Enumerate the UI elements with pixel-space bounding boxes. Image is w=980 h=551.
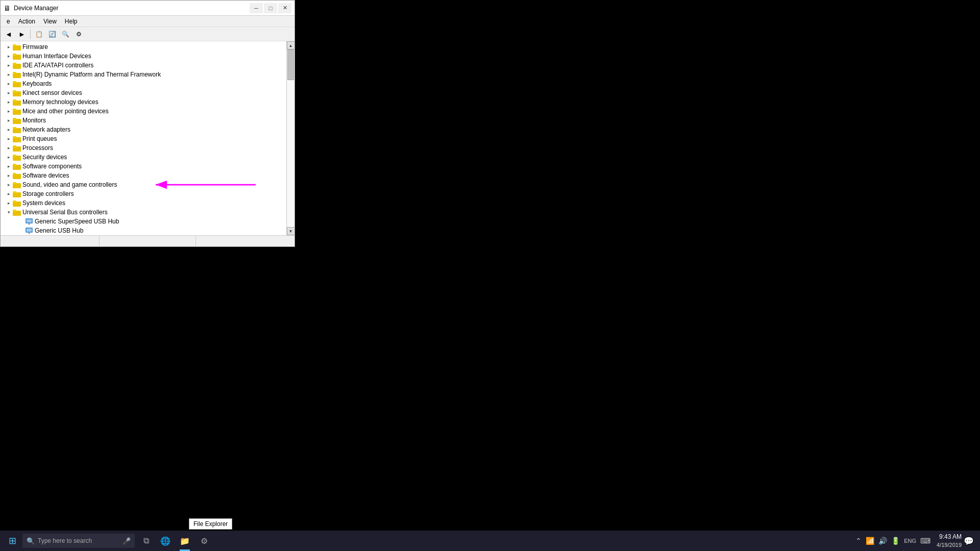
app-button-5[interactable]: ⚙ <box>195 531 213 551</box>
menu-item-view[interactable]: View <box>39 17 61 26</box>
tree-expander[interactable] <box>17 217 25 226</box>
tree-item[interactable]: ▸ Processors <box>1 143 286 153</box>
keyboard-icon[interactable]: ⌨ <box>920 537 930 545</box>
tree-expander[interactable]: ▸ <box>5 61 13 69</box>
content-area: ▸ Firmware▸ Human Interface Devices▸ IDE… <box>1 41 295 235</box>
tree-expander[interactable]: ▸ <box>5 153 13 161</box>
toolbar-back-button[interactable]: ◄ <box>3 29 15 40</box>
toolbar-update-button[interactable]: 🔄 <box>46 29 58 40</box>
scroll-thumb[interactable] <box>287 49 294 80</box>
status-text-2 <box>100 236 197 246</box>
maximize-button[interactable]: □ <box>264 3 277 13</box>
taskbar-search[interactable]: 🔍 Type here to search 🎤 <box>22 534 135 548</box>
svg-rect-1 <box>13 44 16 46</box>
tree-item-label: Universal Serial Bus controllers <box>22 209 108 216</box>
network-icon[interactable]: 📶 <box>866 537 874 545</box>
folder-icon <box>13 135 21 143</box>
volume-icon[interactable]: 🔊 <box>878 537 887 545</box>
file-explorer-icon: 📁 <box>180 536 190 546</box>
tree-expander[interactable]: ▸ <box>5 126 13 134</box>
file-explorer-button[interactable]: 📁 <box>176 531 194 551</box>
tree-expander[interactable]: ▸ <box>5 162 13 170</box>
folder-icon <box>13 126 21 134</box>
tree-expander[interactable]: ▸ <box>5 116 13 124</box>
menu-item-e[interactable]: e <box>3 17 14 26</box>
svg-rect-15 <box>13 109 16 111</box>
close-button[interactable]: ✕ <box>278 3 291 13</box>
tree-expander[interactable]: ▸ <box>5 80 13 88</box>
toolbar-properties-button[interactable]: 📋 <box>33 29 45 40</box>
tree-expander[interactable]: ▸ <box>5 52 13 60</box>
toolbar-forward-button[interactable]: ► <box>16 29 28 40</box>
tree-expander[interactable]: ▸ <box>5 89 13 97</box>
start-button[interactable]: ⊞ <box>2 531 22 551</box>
tree-expander[interactable] <box>17 227 25 235</box>
tree-item[interactable]: ▸ Software components <box>1 162 286 171</box>
menu-item-action[interactable]: Action <box>14 17 39 26</box>
vertical-scrollbar[interactable]: ▲ ▼ <box>286 41 295 235</box>
edge-browser-button[interactable]: 🌐 <box>156 531 175 551</box>
tree-item[interactable]: ▸ Human Interface Devices <box>1 52 286 61</box>
tree-expander[interactable]: ▸ <box>5 171 13 180</box>
edge-icon: 🌐 <box>160 536 170 546</box>
status-text <box>3 236 100 246</box>
tree-expander[interactable]: ▸ <box>5 190 13 198</box>
tree-expander[interactable]: ▸ <box>5 43 13 51</box>
app-icon-5: ⚙ <box>201 536 208 546</box>
toolbar-extra-button[interactable]: ⚙ <box>72 29 85 40</box>
tree-item[interactable]: Generic USB Hub <box>1 226 286 235</box>
tree-expander[interactable]: ▸ <box>5 70 13 79</box>
tree-item[interactable]: ▸ System devices <box>1 198 286 208</box>
menu-item-help[interactable]: Help <box>61 17 82 26</box>
tree-item[interactable]: Generic SuperSpeed USB Hub <box>1 217 286 226</box>
menu-bar: e Action View Help <box>1 16 295 27</box>
tree-item[interactable]: ▾ Universal Serial Bus controllers <box>1 208 286 217</box>
tray-chevron[interactable]: ⌃ <box>855 537 862 545</box>
scroll-down-arrow[interactable]: ▼ <box>287 227 295 235</box>
task-view-button[interactable]: ⧉ <box>137 531 155 551</box>
folder-icon <box>13 116 21 124</box>
tree-expander[interactable]: ▾ <box>5 208 13 216</box>
taskbar-right: ⌃ 📶 🔊 🔋 ENG ⌨ 9:43 AM 4/19/2019 💬 <box>851 533 978 549</box>
tree-item[interactable]: ▸ Mice and other pointing devices <box>1 107 286 116</box>
title-bar: 🖥 Device Manager ─ □ ✕ <box>1 1 295 16</box>
svg-rect-39 <box>27 219 32 222</box>
folder-icon <box>13 190 21 198</box>
tooltip-label: File Explorer <box>193 520 228 528</box>
tree-item[interactable]: ▸ Network adapters <box>1 125 286 134</box>
scroll-track[interactable] <box>287 49 295 227</box>
tree-area: ▸ Firmware▸ Human Interface Devices▸ IDE… <box>1 41 286 235</box>
tree-item[interactable]: ▸ Software devices <box>1 171 286 180</box>
tree-expander[interactable]: ▸ <box>5 98 13 106</box>
tree-item[interactable]: ▸ Print queues <box>1 134 286 143</box>
toolbar-scan-button[interactable]: 🔍 <box>59 29 71 40</box>
clock[interactable]: 9:43 AM 4/19/2019 <box>937 533 962 549</box>
tree-item[interactable]: ▸ Kinect sensor devices <box>1 88 286 97</box>
folder-icon <box>13 52 21 60</box>
tree-item[interactable]: ▸ Security devices <box>1 153 286 162</box>
battery-icon[interactable]: 🔋 <box>891 537 900 545</box>
tree-item[interactable]: ▸ IDE ATA/ATAPI controllers <box>1 61 286 70</box>
tree-expander[interactable]: ▸ <box>5 107 13 115</box>
svg-rect-7 <box>13 72 16 74</box>
tree-item-label: Network adapters <box>22 126 70 133</box>
svg-rect-29 <box>13 173 16 175</box>
tree-item[interactable]: ▸ Memory technology devices <box>1 97 286 107</box>
tree-item[interactable]: ▸ Intel(R) Dynamic Platform and Thermal … <box>1 70 286 79</box>
tree-item[interactable]: ▸ Keyboards <box>1 79 286 88</box>
tree-expander[interactable]: ▸ <box>5 144 13 152</box>
tree-item-label: Print queues <box>22 135 57 142</box>
tree-item[interactable]: ▸ Storage controllers <box>1 189 286 198</box>
scroll-up-arrow[interactable]: ▲ <box>287 41 295 49</box>
tree-item[interactable]: ▸ Monitors <box>1 116 286 125</box>
toolbar-separator-1 <box>30 30 31 39</box>
tree-expander[interactable]: ▸ <box>5 199 13 207</box>
notifications-icon[interactable]: 💬 <box>964 536 974 546</box>
folder-icon <box>13 181 21 189</box>
folder-icon <box>13 199 21 207</box>
tree-item[interactable]: ▸ Sound, video and game controllers <box>1 180 286 189</box>
tree-expander[interactable]: ▸ <box>5 181 13 189</box>
minimize-button[interactable]: ─ <box>250 3 263 13</box>
tree-expander[interactable]: ▸ <box>5 135 13 143</box>
tree-item[interactable]: ▸ Firmware <box>1 42 286 52</box>
